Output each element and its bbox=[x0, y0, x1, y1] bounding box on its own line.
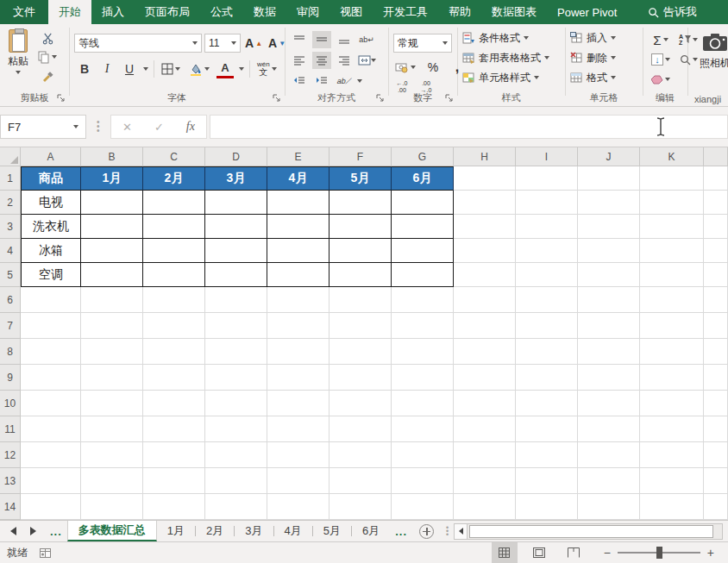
new-sheet-button[interactable] bbox=[419, 524, 434, 539]
cell-D1[interactable]: 3月 bbox=[205, 166, 267, 191]
cell-K1[interactable] bbox=[640, 166, 704, 191]
select-all-corner[interactable] bbox=[0, 147, 21, 166]
cell-G3[interactable] bbox=[392, 215, 454, 239]
cell-A7[interactable] bbox=[21, 313, 81, 339]
cell-B7[interactable] bbox=[81, 313, 143, 339]
cell-partial-1[interactable] bbox=[704, 166, 728, 191]
cell-I3[interactable] bbox=[516, 215, 578, 239]
cell-partial-10[interactable] bbox=[704, 391, 728, 416]
sheet-tab-mar[interactable]: 3月 bbox=[235, 521, 273, 541]
cell-D2[interactable] bbox=[205, 191, 267, 215]
insert-function-button[interactable]: fx bbox=[186, 120, 195, 134]
row-header-6[interactable]: 6 bbox=[0, 287, 21, 313]
row-header-14[interactable]: 14 bbox=[0, 494, 21, 520]
cell-F11[interactable] bbox=[329, 416, 392, 442]
tab-review[interactable]: 审阅 bbox=[286, 0, 329, 24]
column-header-C[interactable]: C bbox=[143, 147, 205, 166]
cell-H6[interactable] bbox=[454, 287, 516, 313]
cell-C8[interactable] bbox=[143, 339, 205, 365]
cell-partial-13[interactable] bbox=[704, 468, 728, 494]
tab-power-pivot[interactable]: Power Pivot bbox=[547, 0, 627, 24]
decrease-indent-button[interactable] bbox=[290, 72, 309, 90]
cell-K10[interactable] bbox=[640, 391, 704, 416]
row-header-8[interactable]: 8 bbox=[0, 339, 21, 365]
cell-E13[interactable] bbox=[267, 468, 329, 494]
cell-F1[interactable]: 5月 bbox=[329, 166, 392, 191]
cell-I14[interactable] bbox=[516, 494, 578, 520]
page-break-view-button[interactable] bbox=[561, 542, 587, 563]
sheet-nav-next-icon[interactable] bbox=[30, 527, 36, 535]
cell-K9[interactable] bbox=[640, 365, 704, 391]
tab-data-chart[interactable]: 数据图表 bbox=[481, 0, 547, 24]
tab-insert[interactable]: 插入 bbox=[91, 0, 135, 24]
cell-I7[interactable] bbox=[516, 313, 578, 339]
cell-C3[interactable] bbox=[143, 215, 205, 239]
cell-C5[interactable] bbox=[143, 263, 205, 287]
cell-partial-3[interactable] bbox=[704, 215, 728, 239]
cell-F3[interactable] bbox=[329, 215, 392, 239]
cell-F8[interactable] bbox=[329, 339, 392, 365]
borders-button[interactable] bbox=[160, 59, 182, 78]
cell-C10[interactable] bbox=[143, 391, 205, 416]
cell-A9[interactable] bbox=[21, 365, 81, 391]
row-header-1[interactable]: 1 bbox=[0, 166, 21, 191]
row-header-5[interactable]: 5 bbox=[0, 263, 21, 287]
sheet-tab-may[interactable]: 5月 bbox=[313, 521, 351, 541]
cell-K6[interactable] bbox=[640, 287, 704, 313]
cell-G7[interactable] bbox=[392, 313, 454, 339]
sheet-tab-apr[interactable]: 4月 bbox=[274, 521, 312, 541]
cell-D6[interactable] bbox=[205, 287, 267, 313]
search-sheet-button[interactable] bbox=[707, 0, 728, 24]
cell-I12[interactable] bbox=[516, 442, 578, 468]
tab-view[interactable]: 视图 bbox=[329, 0, 373, 24]
cell-C6[interactable] bbox=[143, 287, 205, 313]
cell-partial-2[interactable] bbox=[704, 191, 728, 215]
cell-K5[interactable] bbox=[640, 263, 704, 287]
cell-partial-7[interactable] bbox=[704, 313, 728, 339]
cell-F13[interactable] bbox=[329, 468, 392, 494]
cell-A3[interactable]: 洗衣机 bbox=[21, 215, 81, 239]
cell-I10[interactable] bbox=[516, 391, 578, 416]
cell-D9[interactable] bbox=[205, 365, 267, 391]
cell-partial-5[interactable] bbox=[704, 263, 728, 287]
cell-F12[interactable] bbox=[329, 442, 392, 468]
cell-J12[interactable] bbox=[578, 442, 640, 468]
row-header-12[interactable]: 12 bbox=[0, 442, 21, 468]
cell-H1[interactable] bbox=[454, 166, 516, 191]
format-cells-button[interactable]: 格式 bbox=[570, 70, 616, 85]
column-header-A[interactable]: A bbox=[21, 147, 81, 166]
cell-K12[interactable] bbox=[640, 442, 704, 468]
cell-B4[interactable] bbox=[81, 239, 143, 263]
cell-B12[interactable] bbox=[81, 442, 143, 468]
cell-D12[interactable] bbox=[205, 442, 267, 468]
cell-E1[interactable]: 4月 bbox=[267, 166, 329, 191]
cell-partial-14[interactable] bbox=[704, 494, 728, 520]
enter-button[interactable]: ✓ bbox=[154, 121, 164, 134]
sheet-tab-jun[interactable]: 6月 bbox=[352, 521, 390, 541]
number-format-select[interactable]: 常规 bbox=[393, 34, 452, 53]
sheet-more-right[interactable]: ... bbox=[390, 521, 412, 541]
cell-A11[interactable] bbox=[21, 416, 81, 442]
cell-D11[interactable] bbox=[205, 416, 267, 442]
cell-E3[interactable] bbox=[267, 215, 329, 239]
horizontal-scrollbar[interactable] bbox=[454, 523, 723, 540]
font-color-button[interactable]: A bbox=[217, 59, 234, 78]
column-header-I[interactable]: I bbox=[516, 147, 578, 166]
cell-E9[interactable] bbox=[267, 365, 329, 391]
align-center-button[interactable] bbox=[312, 52, 331, 69]
cell-A1[interactable]: 商品 bbox=[21, 166, 81, 191]
cell-I13[interactable] bbox=[516, 468, 578, 494]
cell-D10[interactable] bbox=[205, 391, 267, 416]
cell-J11[interactable] bbox=[578, 416, 640, 442]
cell-E10[interactable] bbox=[267, 391, 329, 416]
cell-G9[interactable] bbox=[392, 365, 454, 391]
cell-A4[interactable]: 冰箱 bbox=[21, 239, 81, 263]
cell-H10[interactable] bbox=[454, 391, 516, 416]
cell-A2[interactable]: 电视 bbox=[21, 191, 81, 215]
cell-I9[interactable] bbox=[516, 365, 578, 391]
cell-E11[interactable] bbox=[267, 416, 329, 442]
cell-D13[interactable] bbox=[205, 468, 267, 494]
cell-B2[interactable] bbox=[81, 191, 143, 215]
cell-I4[interactable] bbox=[516, 239, 578, 263]
fill-color-button[interactable] bbox=[187, 59, 211, 78]
